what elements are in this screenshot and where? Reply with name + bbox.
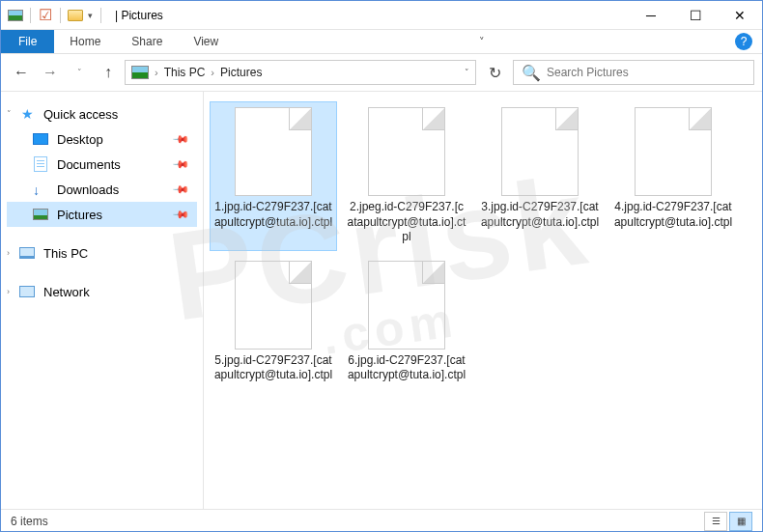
window-title: | Pictures — [115, 9, 163, 22]
pin-icon: 📌 — [171, 205, 189, 223]
file-name-label: 6.jpg.id-C279F237.[catapultcrypt@tuta.io… — [347, 353, 466, 383]
nav-documents[interactable]: Documents 📌 — [7, 152, 197, 177]
chevron-down-icon[interactable]: ˅ — [7, 109, 12, 119]
file-item[interactable]: 4.jpg.id-C279F237.[catapultcrypt@tuta.io… — [609, 101, 737, 251]
file-name-label: 2.jpeg.id-C279F237.[catapultcrypt@tuta.i… — [347, 200, 466, 245]
pin-icon: 📌 — [171, 154, 189, 173]
nav-network[interactable]: › Network — [7, 279, 197, 304]
nav-downloads[interactable]: Downloads 📌 — [7, 177, 197, 202]
nav-label: This PC — [43, 246, 88, 261]
ribbon-toggle-icon[interactable]: ˅ — [479, 30, 485, 53]
network-icon — [18, 284, 36, 299]
file-thumbnail — [368, 261, 445, 350]
ribbon-tabs: File Home Share View ˅ ? — [1, 30, 762, 54]
file-item[interactable]: 6.jpg.id-C279F237.[catapultcrypt@tuta.io… — [343, 255, 470, 389]
nav-label: Desktop — [57, 132, 103, 147]
nav-label: Documents — [57, 157, 121, 172]
view-details-button[interactable]: ☰ — [704, 512, 727, 531]
file-item[interactable]: 2.jpeg.id-C279F237.[catapultcrypt@tuta.i… — [343, 101, 470, 251]
pc-icon — [18, 245, 36, 261]
up-button[interactable]: ↑ — [96, 60, 121, 85]
file-thumbnail — [635, 107, 712, 196]
documents-icon — [32, 156, 49, 172]
downloads-icon — [32, 182, 49, 197]
titlebar: ☑ ▾ | Pictures ─ ☐ ✕ — [1, 1, 762, 30]
address-row: ← → ˅ ↑ › This PC › Pictures ˅ ↻ 🔍 — [1, 54, 762, 91]
search-icon: 🔍 — [522, 64, 541, 82]
search-box[interactable]: 🔍 — [513, 60, 754, 85]
file-thumbnail — [501, 107, 579, 196]
close-button[interactable]: ✕ — [718, 1, 762, 30]
recent-locations-button[interactable]: ˅ — [67, 60, 92, 85]
pin-icon: 📌 — [171, 180, 189, 198]
pin-icon: 📌 — [171, 129, 189, 148]
nav-label: Quick access — [43, 107, 118, 122]
nav-label: Network — [43, 285, 90, 299]
help-icon[interactable]: ? — [735, 30, 752, 53]
location-icon — [131, 66, 149, 79]
file-name-label: 4.jpg.id-C279F237.[catapultcrypt@tuta.io… — [613, 200, 733, 230]
back-button[interactable]: ← — [9, 60, 34, 85]
maximize-button[interactable]: ☐ — [673, 1, 718, 30]
desktop-icon — [32, 131, 49, 147]
nav-label: Downloads — [57, 182, 119, 197]
file-thumbnail — [235, 107, 312, 196]
file-thumbnail — [235, 261, 312, 350]
tab-share[interactable]: Share — [116, 30, 178, 53]
forward-button[interactable]: → — [38, 60, 63, 85]
file-name-label: 1.jpg.id-C279F237.[catapultcrypt@tuta.io… — [213, 200, 333, 230]
tab-view[interactable]: View — [178, 30, 234, 53]
star-icon: ★ — [18, 106, 36, 122]
file-name-label: 3.jpg.id-C279F237.[catapultcrypt@tuta.io… — [480, 200, 600, 230]
content-pane[interactable]: 1.jpg.id-C279F237.[catapultcrypt@tuta.io… — [204, 92, 762, 509]
nav-pictures[interactable]: Pictures 📌 — [7, 202, 197, 227]
nav-this-pc[interactable]: › This PC — [7, 240, 197, 266]
navigation-pane: ˅ ★ Quick access Desktop 📌 Documents 📌 D… — [1, 92, 204, 509]
file-item[interactable]: 5.jpg.id-C279F237.[catapultcrypt@tuta.io… — [210, 255, 337, 389]
breadcrumb-current[interactable]: Pictures — [220, 66, 262, 79]
qat-newfolder-icon[interactable] — [67, 7, 84, 24]
chevron-right-icon[interactable]: › — [7, 248, 10, 258]
status-item-count: 6 items — [11, 515, 48, 528]
file-item[interactable]: 1.jpg.id-C279F237.[catapultcrypt@tuta.io… — [210, 101, 337, 251]
qat-properties-icon[interactable]: ☑ — [37, 7, 54, 24]
explorer-icon — [7, 7, 24, 24]
file-name-label: 5.jpg.id-C279F237.[catapultcrypt@tuta.io… — [213, 353, 333, 383]
minimize-button[interactable]: ─ — [629, 1, 673, 30]
address-dropdown-icon[interactable]: ˅ — [459, 68, 469, 77]
view-large-icons-button[interactable]: ▦ — [729, 512, 752, 531]
tab-file[interactable]: File — [1, 30, 54, 53]
chevron-right-icon[interactable]: › — [7, 287, 10, 296]
chevron-right-icon[interactable]: › — [211, 67, 214, 78]
tab-home[interactable]: Home — [54, 30, 116, 53]
address-bar[interactable]: › This PC › Pictures ˅ — [125, 60, 476, 85]
nav-desktop[interactable]: Desktop 📌 — [7, 126, 197, 152]
status-bar: 6 items ☰ ▦ — [1, 509, 762, 532]
nav-label: Pictures — [57, 208, 102, 222]
refresh-button[interactable]: ↻ — [480, 60, 509, 85]
search-input[interactable] — [547, 66, 746, 79]
pictures-icon — [32, 207, 49, 222]
breadcrumb-root[interactable]: This PC — [164, 66, 206, 79]
file-item[interactable]: 3.jpg.id-C279F237.[catapultcrypt@tuta.io… — [476, 101, 604, 251]
file-thumbnail — [368, 107, 445, 196]
nav-quick-access[interactable]: ˅ ★ Quick access — [7, 101, 197, 126]
chevron-right-icon[interactable]: › — [155, 67, 158, 78]
